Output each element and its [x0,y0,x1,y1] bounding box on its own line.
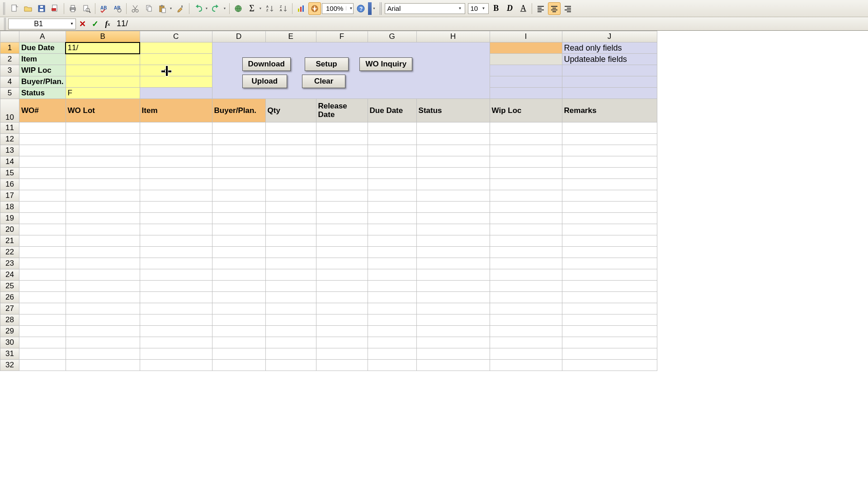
cell[interactable] [66,247,140,258]
cell[interactable] [416,122,490,134]
cell[interactable] [140,190,212,202]
cell[interactable] [265,179,316,190]
cell[interactable] [66,122,140,134]
cell[interactable] [19,360,66,371]
cell[interactable] [490,202,562,213]
cell[interactable] [562,314,657,326]
cell[interactable] [212,145,265,156]
row-header-15[interactable]: 15 [0,168,19,179]
cell[interactable] [562,224,657,235]
cell[interactable] [212,213,265,224]
cell[interactable] [265,168,316,179]
clear-button[interactable]: Clear [302,75,346,88]
cell[interactable] [212,179,265,190]
row-header-25[interactable]: 25 [0,281,19,292]
hyperlink-button[interactable] [232,2,245,15]
cell[interactable] [416,292,490,303]
cell[interactable] [140,348,212,360]
cell[interactable] [140,213,212,224]
row-header-18[interactable]: 18 [0,202,19,213]
cell[interactable] [316,247,368,258]
name-box[interactable]: B1 ▼ [8,19,76,29]
cell[interactable] [316,269,368,281]
cell[interactable] [416,145,490,156]
cell[interactable] [562,134,657,145]
cell[interactable] [265,269,316,281]
label-item[interactable]: Item [19,54,66,65]
format-paintbrush-button[interactable] [174,2,187,15]
col-header-A[interactable]: A [19,31,66,42]
cell[interactable] [212,202,265,213]
cell[interactable] [316,224,368,235]
cell[interactable] [416,281,490,292]
cell[interactable] [19,258,66,269]
cell[interactable] [490,314,562,326]
row-header-5[interactable]: 5 [0,88,19,99]
col-header-J[interactable]: J [562,31,657,42]
cell[interactable] [368,258,416,269]
redo-dropdown[interactable]: ▼ [222,2,227,15]
cell[interactable] [316,281,368,292]
cell[interactable] [562,168,657,179]
cell[interactable] [562,247,657,258]
cell[interactable] [19,348,66,360]
setup-button[interactable]: Setup [305,57,349,71]
cell[interactable] [368,213,416,224]
cell[interactable] [490,281,562,292]
cell[interactable] [562,235,657,247]
copy-button[interactable] [142,2,155,15]
cell[interactable] [562,348,657,360]
cut-button[interactable] [129,2,142,15]
label-due-date[interactable]: Due Date [19,42,66,54]
th-wo-lot[interactable]: WO Lot [66,99,140,122]
cell[interactable] [316,314,368,326]
chart-button[interactable] [295,2,307,15]
cell[interactable] [265,156,316,168]
cell-J3[interactable] [562,65,657,76]
cell[interactable] [265,281,316,292]
navigator-button[interactable] [308,2,321,15]
cell[interactable] [212,314,265,326]
cell-B1[interactable]: 11/ [66,42,140,54]
cell[interactable] [19,326,66,337]
cell[interactable] [490,348,562,360]
cell[interactable] [265,213,316,224]
cell[interactable] [416,179,490,190]
cell[interactable] [416,337,490,348]
cell[interactable] [66,168,140,179]
zoom-dropdown-arrow[interactable]: ▼ [346,6,352,10]
cell[interactable] [265,134,316,145]
cell[interactable] [19,235,66,247]
cell[interactable] [265,145,316,156]
cell[interactable] [416,224,490,235]
cell[interactable] [265,224,316,235]
cell[interactable] [490,179,562,190]
cell[interactable] [416,134,490,145]
cell[interactable] [562,122,657,134]
cell[interactable] [265,348,316,360]
print-preview-button[interactable] [80,2,93,15]
cell[interactable] [140,337,212,348]
row-header-27[interactable]: 27 [0,303,19,314]
cell-B2[interactable] [66,54,140,65]
cell[interactable] [562,190,657,202]
cell[interactable] [66,190,140,202]
cell[interactable] [19,224,66,235]
cell[interactable] [19,122,66,134]
cell-I4[interactable] [490,76,562,88]
cell[interactable] [562,213,657,224]
row-header-28[interactable]: 28 [0,314,19,326]
cell[interactable] [562,281,657,292]
cell[interactable] [490,122,562,134]
col-header-C[interactable]: C [140,31,212,42]
th-buyer-plan[interactable]: Buyer/Plan. [212,99,265,122]
cell[interactable] [416,269,490,281]
export-pdf-button[interactable] [49,2,61,15]
cell[interactable] [19,190,66,202]
row-header-12[interactable]: 12 [0,134,19,145]
cell[interactable] [19,269,66,281]
cell[interactable] [66,281,140,292]
cell[interactable] [19,179,66,190]
cell[interactable] [316,337,368,348]
row-header-31[interactable]: 31 [0,348,19,360]
